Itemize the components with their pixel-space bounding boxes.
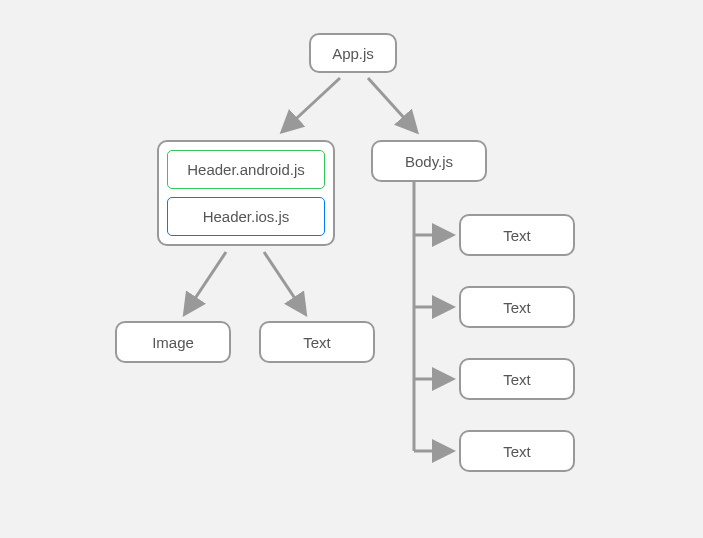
svg-line-3 [186, 252, 226, 312]
node-header-container: Header.android.js Header.ios.js [157, 140, 335, 246]
node-label: App.js [332, 45, 374, 62]
node-label: Header.android.js [187, 161, 305, 178]
node-label: Text [503, 443, 531, 460]
diagram-arrows [0, 0, 703, 538]
node-label: Text [503, 299, 531, 316]
svg-line-1 [284, 78, 340, 130]
node-label: Text [503, 227, 531, 244]
node-label: Text [503, 371, 531, 388]
node-body-text-4: Text [459, 430, 575, 472]
svg-line-4 [264, 252, 304, 312]
node-app: App.js [309, 33, 397, 73]
node-label: Body.js [405, 153, 453, 170]
svg-line-2 [368, 78, 415, 130]
node-header-android: Header.android.js [167, 150, 325, 189]
node-body-text-2: Text [459, 286, 575, 328]
node-header-ios: Header.ios.js [167, 197, 325, 236]
node-body-text-1: Text [459, 214, 575, 256]
node-text-header: Text [259, 321, 375, 363]
node-label: Text [303, 334, 331, 351]
node-image: Image [115, 321, 231, 363]
node-label: Image [152, 334, 194, 351]
node-label: Header.ios.js [203, 208, 290, 225]
node-body: Body.js [371, 140, 487, 182]
node-body-text-3: Text [459, 358, 575, 400]
